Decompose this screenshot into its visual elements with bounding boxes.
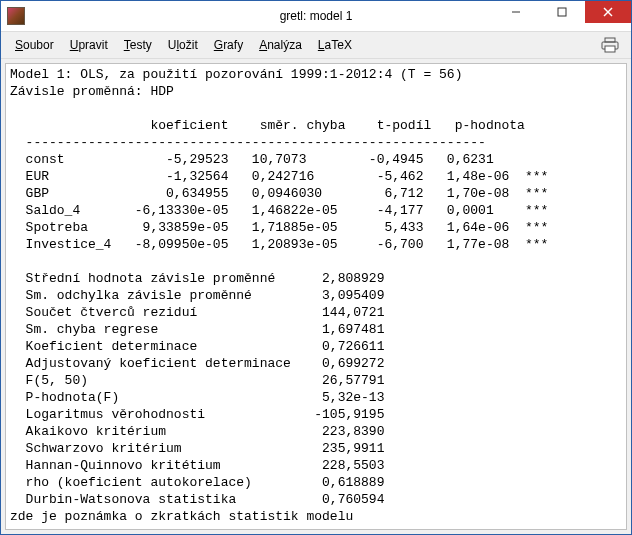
maximize-button[interactable] <box>539 1 585 23</box>
minimize-button[interactable] <box>493 1 539 23</box>
menu-latex[interactable]: LaTeX <box>310 36 360 54</box>
menu-upravit[interactable]: Upravit <box>62 36 116 54</box>
titlebar: gretl: model 1 <box>1 1 631 32</box>
maximize-icon <box>557 7 567 17</box>
app-icon <box>7 7 25 25</box>
menu-ulozit[interactable]: Uložit <box>160 36 206 54</box>
svg-rect-6 <box>605 46 615 52</box>
printer-icon <box>601 37 619 53</box>
print-button[interactable] <box>601 37 619 53</box>
menu-analyza[interactable]: Analýza <box>251 36 310 54</box>
menu-testy[interactable]: Testy <box>116 36 160 54</box>
model-output-text: Model 1: OLS, za použití pozorování 1999… <box>10 66 622 530</box>
minimize-icon <box>511 7 521 17</box>
svg-rect-1 <box>558 8 566 16</box>
model-output-area[interactable]: Model 1: OLS, za použití pozorování 1999… <box>5 63 627 530</box>
window-controls <box>493 1 631 31</box>
close-button[interactable] <box>585 1 631 23</box>
app-window: gretl: model 1 Soubor Upravit Testy Ulož… <box>0 0 632 535</box>
content-wrap: Model 1: OLS, za použití pozorování 1999… <box>1 59 631 534</box>
menu-grafy[interactable]: Grafy <box>206 36 251 54</box>
menu-soubor[interactable]: Soubor <box>7 36 62 54</box>
svg-rect-4 <box>605 38 615 42</box>
close-icon <box>603 7 613 17</box>
menubar: Soubor Upravit Testy Uložit Grafy Analýz… <box>1 32 631 59</box>
